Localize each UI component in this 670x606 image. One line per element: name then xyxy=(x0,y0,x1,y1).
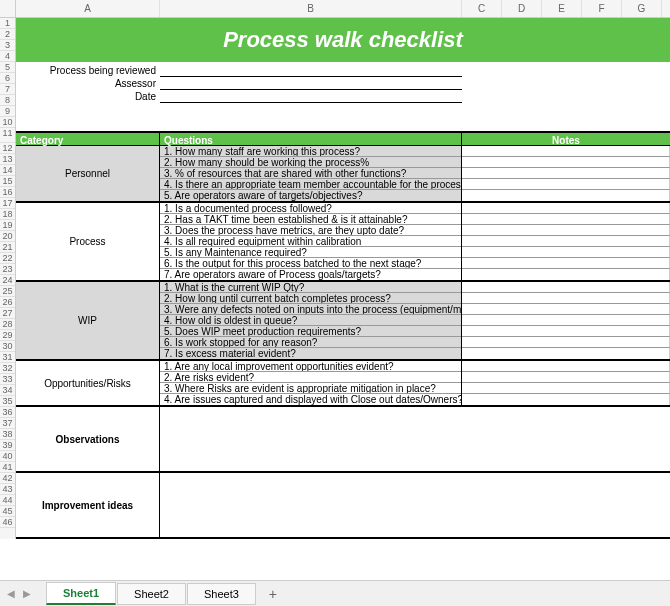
tab-add-button[interactable]: + xyxy=(257,582,289,606)
row-header-23[interactable]: 23 xyxy=(0,264,15,275)
notes-cell[interactable] xyxy=(462,225,670,236)
row-header-31[interactable]: 31 xyxy=(0,352,15,363)
question-cell[interactable]: 5. Does WIP meet production requirements… xyxy=(160,326,461,337)
notes-cell[interactable] xyxy=(462,326,670,337)
question-cell[interactable]: 5. Is any Maintenance required? xyxy=(160,247,461,258)
notes-cell[interactable] xyxy=(462,247,670,258)
row-header-10[interactable]: 10 xyxy=(0,117,15,128)
notes-cell[interactable] xyxy=(462,372,670,383)
row-header-36[interactable]: 36 xyxy=(0,407,15,418)
tab-sheet1[interactable]: Sheet1 xyxy=(46,582,116,605)
question-cell[interactable]: 4. Is all required equipment within cali… xyxy=(160,236,461,247)
row-header-6[interactable]: 6 xyxy=(0,73,15,84)
question-cell[interactable]: 4. How old is oldest in queue? xyxy=(160,315,461,326)
row-header-15[interactable]: 15 xyxy=(0,176,15,187)
question-cell[interactable]: 6. Is the output for this process batche… xyxy=(160,258,461,269)
notes-cell[interactable] xyxy=(462,383,670,394)
row-header-14[interactable]: 14 xyxy=(0,165,15,176)
question-cell[interactable]: 2. Has a TAKT time been established & is… xyxy=(160,214,461,225)
question-cell[interactable]: 3. % of resources that are shared with o… xyxy=(160,168,461,179)
row-header-46[interactable]: 46 xyxy=(0,517,15,528)
question-cell[interactable]: 3. Does the process have metrics, are th… xyxy=(160,225,461,236)
observations-body[interactable] xyxy=(160,407,670,471)
row-header-37[interactable]: 37 xyxy=(0,418,15,429)
question-cell[interactable]: 7. Is excess material evident? xyxy=(160,348,461,359)
row-header-34[interactable]: 34 xyxy=(0,385,15,396)
row-header-29[interactable]: 29 xyxy=(0,330,15,341)
row-header-30[interactable]: 30 xyxy=(0,341,15,352)
row-header-39[interactable]: 39 xyxy=(0,440,15,451)
notes-cell[interactable] xyxy=(462,236,670,247)
question-cell[interactable]: 3. Were any defects noted on inputs into… xyxy=(160,304,461,315)
row-header-28[interactable]: 28 xyxy=(0,319,15,330)
notes-cell[interactable] xyxy=(462,315,670,326)
row-header-7[interactable]: 7 xyxy=(0,84,15,95)
select-all-corner[interactable] xyxy=(0,0,16,17)
row-header-3[interactable]: 3 xyxy=(0,40,15,51)
row-header-42[interactable]: 42 xyxy=(0,473,15,484)
notes-cell[interactable] xyxy=(462,146,670,157)
row-header-17[interactable]: 17 xyxy=(0,198,15,209)
row-header-41[interactable]: 41 xyxy=(0,462,15,473)
row-header-16[interactable]: 16 xyxy=(0,187,15,198)
row-header-24[interactable]: 24 xyxy=(0,275,15,286)
notes-cell[interactable] xyxy=(462,282,670,293)
input-date[interactable] xyxy=(160,91,462,103)
notes-cell[interactable] xyxy=(462,214,670,225)
col-header-A[interactable]: A xyxy=(16,0,160,17)
row-header-27[interactable]: 27 xyxy=(0,308,15,319)
question-cell[interactable]: 1. Are any local improvement opportuniti… xyxy=(160,361,461,372)
row-header-5[interactable]: 5 xyxy=(0,62,15,73)
col-header-D[interactable]: D xyxy=(502,0,542,17)
notes-cell[interactable] xyxy=(462,337,670,348)
row-header-13[interactable]: 13 xyxy=(0,154,15,165)
question-cell[interactable]: 2. Are risks evident? xyxy=(160,372,461,383)
question-cell[interactable]: 1. What is the current WIP Qty? xyxy=(160,282,461,293)
sheet-content[interactable]: Process walk checklist Process being rev… xyxy=(16,18,670,539)
row-header-20[interactable]: 20 xyxy=(0,231,15,242)
row-header-18[interactable]: 18 xyxy=(0,209,15,220)
row-header-33[interactable]: 33 xyxy=(0,374,15,385)
row-header-12[interactable]: 12 xyxy=(0,143,15,154)
notes-cell[interactable] xyxy=(462,293,670,304)
question-cell[interactable]: 7. Are operators aware of Process goals/… xyxy=(160,269,461,280)
row-header-32[interactable]: 32 xyxy=(0,363,15,374)
notes-cell[interactable] xyxy=(462,394,670,405)
row-header-22[interactable]: 22 xyxy=(0,253,15,264)
notes-cell[interactable] xyxy=(462,269,670,280)
question-cell[interactable]: 1. How many staff are working this proce… xyxy=(160,146,461,157)
notes-cell[interactable] xyxy=(462,179,670,190)
row-header-26[interactable]: 26 xyxy=(0,297,15,308)
row-header-35[interactable]: 35 xyxy=(0,396,15,407)
row-header-43[interactable]: 43 xyxy=(0,484,15,495)
col-header-F[interactable]: F xyxy=(582,0,622,17)
row-header-44[interactable]: 44 xyxy=(0,495,15,506)
question-cell[interactable]: 2. How many should be working the proces… xyxy=(160,157,461,168)
row-header-9[interactable]: 9 xyxy=(0,106,15,117)
notes-cell[interactable] xyxy=(462,304,670,315)
question-cell[interactable]: 6. Is work stopped for any reason? xyxy=(160,337,461,348)
notes-cell[interactable] xyxy=(462,258,670,269)
row-header-21[interactable]: 21 xyxy=(0,242,15,253)
question-cell[interactable]: 5. Are operators aware of targets/object… xyxy=(160,190,461,201)
tab-sheet2[interactable]: Sheet2 xyxy=(117,583,186,605)
row-header-4[interactable]: 4 xyxy=(0,51,15,62)
notes-cell[interactable] xyxy=(462,157,670,168)
row-header-45[interactable]: 45 xyxy=(0,506,15,517)
col-header-G[interactable]: G xyxy=(622,0,662,17)
question-cell[interactable]: 3. Where Risks are evident is appropriat… xyxy=(160,383,461,394)
row-header-38[interactable]: 38 xyxy=(0,429,15,440)
input-assessor[interactable] xyxy=(160,78,462,90)
notes-cell[interactable] xyxy=(462,190,670,201)
improvement-body[interactable] xyxy=(160,473,670,537)
question-cell[interactable]: 2. How long until current batch complete… xyxy=(160,293,461,304)
tab-nav-prev-icon[interactable]: ◀ xyxy=(4,587,18,601)
row-header-2[interactable]: 2 xyxy=(0,29,15,40)
col-header-B[interactable]: B xyxy=(160,0,462,17)
notes-cell[interactable] xyxy=(462,168,670,179)
notes-cell[interactable] xyxy=(462,203,670,214)
row-header-1[interactable]: 1 xyxy=(0,18,15,29)
row-header-8[interactable]: 8 xyxy=(0,95,15,106)
question-cell[interactable]: 4. Are issues captured and displayed wit… xyxy=(160,394,461,405)
row-header-25[interactable]: 25 xyxy=(0,286,15,297)
